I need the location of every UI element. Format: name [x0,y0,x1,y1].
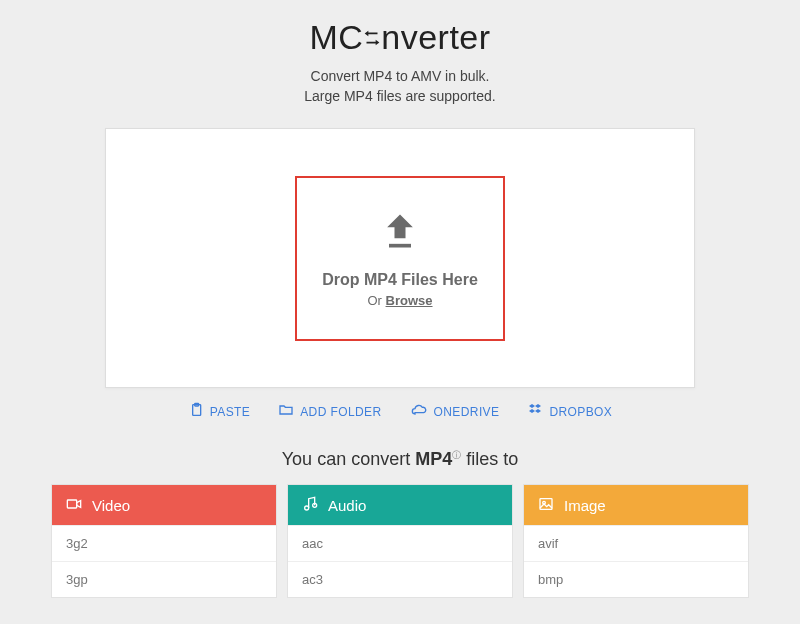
dropbox-button[interactable]: DROPBOX [527,402,612,421]
logo: MC nverter [309,18,490,57]
format-item[interactable]: 3gp [52,561,276,597]
browse-link[interactable]: Browse [386,293,433,308]
dropbox-label: DROPBOX [549,405,612,419]
category-video-label: Video [92,497,130,514]
svg-rect-0 [389,244,411,248]
format-item[interactable]: bmp [524,561,748,597]
paste-label: PASTE [210,405,250,419]
onedrive-button[interactable]: ONEDRIVE [410,402,500,421]
cloud-icon [410,402,428,421]
convert-prefix: You can convert [282,449,415,469]
video-icon [66,496,82,515]
category-audio-label: Audio [328,497,366,514]
subtitle-line-2: Large MP4 files are supported. [0,87,800,107]
upload-card: Drop MP4 Files Here Or Browse [105,128,695,388]
convert-title: You can convert MP4ⓘ files to [0,449,800,470]
add-folder-label: ADD FOLDER [300,405,381,419]
drop-title: Drop MP4 Files Here [322,271,478,289]
paste-button[interactable]: PASTE [188,402,250,421]
page-header: MC nverter Convert MP4 to AMV in bulk. L… [0,0,800,106]
onedrive-label: ONEDRIVE [434,405,500,419]
convert-suffix: files to [461,449,518,469]
folder-icon [278,402,294,421]
svg-point-5 [313,503,317,507]
category-header-video: Video [52,485,276,525]
upload-icon [378,209,422,257]
format-item[interactable]: ac3 [288,561,512,597]
drop-subtitle: Or Browse [367,293,432,308]
add-folder-button[interactable]: ADD FOLDER [278,402,381,421]
logo-prefix: MC [309,18,363,57]
category-header-image: Image [524,485,748,525]
category-image-label: Image [564,497,606,514]
format-item[interactable]: aac [288,525,512,561]
subtitle: Convert MP4 to AMV in bulk. Large MP4 fi… [0,67,800,106]
dropbox-icon [527,402,543,421]
or-text: Or [367,293,385,308]
category-image: Image avif bmp [523,484,749,598]
drop-zone[interactable]: Drop MP4 Files Here Or Browse [295,176,505,341]
convert-format: MP4 [415,449,452,469]
format-item[interactable]: avif [524,525,748,561]
category-header-audio: Audio [288,485,512,525]
swap-icon [361,27,383,49]
format-categories: Video 3g2 3gp Audio aac ac3 [51,484,749,598]
clipboard-icon [188,402,204,421]
category-audio: Audio aac ac3 [287,484,513,598]
category-video: Video 3g2 3gp [51,484,277,598]
source-row: PASTE ADD FOLDER ONEDRIVE DROPBOX [0,402,800,421]
format-item[interactable]: 3g2 [52,525,276,561]
svg-rect-6 [540,498,552,509]
music-icon [302,496,318,515]
image-icon [538,496,554,515]
info-icon[interactable]: ⓘ [452,450,461,460]
logo-suffix: nverter [381,18,490,57]
svg-rect-3 [67,500,76,508]
subtitle-line-1: Convert MP4 to AMV in bulk. [0,67,800,87]
